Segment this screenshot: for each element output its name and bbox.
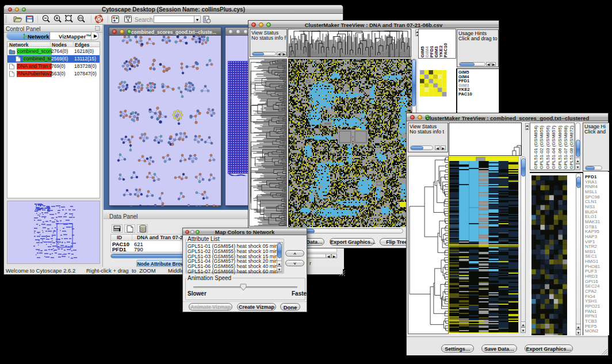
svg-text:GPL51-07 (GSM868): GPL51-07 (GSM868) [563,125,568,169]
svg-text:GPL51-04 (GSM857): GPL51-04 (GSM857) [551,125,556,169]
svg-text:GPL51-08 (GSM872): GPL51-08 (GSM872) [569,125,574,169]
svg-text:PAC10: PAC10 [443,43,448,58]
svg-text:GPL51-01 (GSM854): GPL51-01 (GSM854) [533,125,538,169]
svg-text:GPL51-02 (GSM855): GPL51-02 (GSM855) [539,125,544,169]
svg-text:GPL51-03 (GSM856): GPL51-03 (GSM856) [545,125,550,169]
svg-text:GPL51-06 (GSM865): GPL51-06 (GSM865) [557,125,563,169]
